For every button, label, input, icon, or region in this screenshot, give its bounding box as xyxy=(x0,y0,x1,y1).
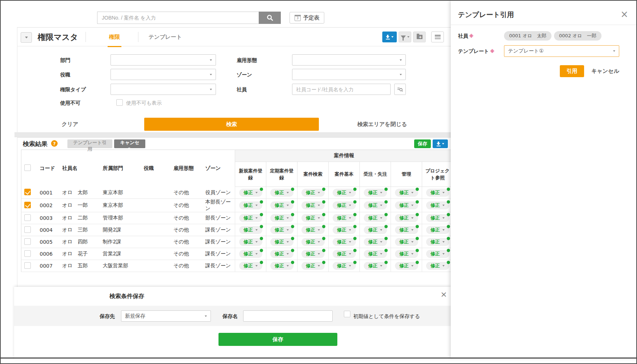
perm-dropdown[interactable]: 修正 xyxy=(364,189,387,197)
perm-dropdown[interactable]: 修正 xyxy=(426,238,449,246)
perm-dropdown[interactable]: 修正 xyxy=(301,201,325,209)
add-folder-button[interactable] xyxy=(413,32,426,42)
perm-dropdown[interactable]: 修正 xyxy=(270,226,293,234)
perm-dropdown[interactable]: 修正 xyxy=(301,214,325,222)
perm-dropdown[interactable]: 修正 xyxy=(364,201,387,209)
row-checkbox[interactable] xyxy=(24,189,31,195)
cancel-button[interactable]: キャンセル xyxy=(114,139,145,148)
perm-dropdown[interactable]: 修正 xyxy=(270,238,293,246)
download-results-button[interactable] xyxy=(433,139,448,148)
panel-cancel-button[interactable]: キャンセル xyxy=(591,68,619,75)
employee-input[interactable] xyxy=(292,84,391,95)
perm-dropdown[interactable]: 修正 xyxy=(395,214,418,222)
perm-dropdown[interactable]: 修正 xyxy=(270,250,293,258)
select-all-checkbox[interactable] xyxy=(24,164,31,171)
zone-label: ゾーン xyxy=(237,72,252,78)
permission-master-card: 権限マスタ 権限 テンプレート xyxy=(17,27,451,132)
permission-type-select[interactable] xyxy=(111,84,216,95)
row-checkbox[interactable] xyxy=(24,238,31,245)
perm-dropdown[interactable]: 修正 xyxy=(239,214,262,222)
close-search-area-button[interactable]: 検索エリアを閉じる xyxy=(357,121,407,128)
perm-dropdown[interactable]: 修正 xyxy=(395,226,418,234)
schedule-button[interactable]: 3 予定表 xyxy=(290,12,324,24)
perm-dropdown[interactable]: 修正 xyxy=(239,262,262,270)
perm-dropdown[interactable]: 修正 xyxy=(333,189,356,197)
zone-select[interactable] xyxy=(292,69,406,80)
menu-button[interactable] xyxy=(431,32,444,42)
perm-dropdown[interactable]: 修正 xyxy=(239,201,262,209)
changed-indicator-dot xyxy=(353,213,357,216)
show-disabled-checkbox[interactable] xyxy=(116,99,123,106)
title-dropdown-button[interactable] xyxy=(21,32,32,43)
download-button[interactable] xyxy=(382,32,397,42)
perm-dropdown[interactable]: 修正 xyxy=(333,250,356,258)
perm-dropdown[interactable]: 修正 xyxy=(333,214,356,222)
quote-button[interactable]: 引用 xyxy=(560,65,584,77)
row-checkbox[interactable] xyxy=(24,214,31,221)
perm-dropdown[interactable]: 修正 xyxy=(333,238,356,246)
perm-dropdown[interactable]: 修正 xyxy=(364,214,387,222)
perm-dropdown[interactable]: 修正 xyxy=(364,238,387,246)
employee-search-button[interactable] xyxy=(394,84,406,95)
perm-dropdown[interactable]: 修正 xyxy=(239,226,262,234)
close-icon[interactable]: × xyxy=(441,290,447,298)
save-button[interactable]: 保存 xyxy=(414,139,431,148)
perm-dropdown[interactable]: 修正 xyxy=(333,226,356,234)
perm-dropdown[interactable]: 修正 xyxy=(364,262,387,270)
perm-dropdown[interactable]: 修正 xyxy=(239,238,262,246)
save-name-input[interactable] xyxy=(243,310,333,322)
perm-dropdown[interactable]: 修正 xyxy=(426,226,449,234)
perm-dropdown[interactable]: 修正 xyxy=(270,189,293,197)
perm-dropdown[interactable]: 修正 xyxy=(270,201,293,209)
perm-dropdown[interactable]: 修正 xyxy=(426,201,449,209)
perm-dropdown[interactable]: 修正 xyxy=(395,201,418,209)
filter-button[interactable] xyxy=(399,32,411,42)
perm-dropdown[interactable]: 修正 xyxy=(333,262,356,270)
clear-button[interactable]: クリア xyxy=(62,121,78,128)
employee-chip[interactable]: 0001 オロ 太郎 xyxy=(504,31,551,41)
position-select[interactable] xyxy=(111,69,216,80)
row-checkbox[interactable] xyxy=(24,250,31,257)
row-checkbox[interactable] xyxy=(24,226,31,233)
perm-dropdown[interactable]: 修正 xyxy=(301,226,325,234)
row-checkbox[interactable] xyxy=(24,262,31,269)
perm-dropdown[interactable]: 修正 xyxy=(301,250,325,258)
perm-dropdown[interactable]: 修正 xyxy=(395,189,418,197)
perm-dropdown[interactable]: 修正 xyxy=(301,189,325,197)
perm-dropdown[interactable]: 修正 xyxy=(239,250,262,258)
chevron-down-icon xyxy=(442,192,445,193)
perm-dropdown[interactable]: 修正 xyxy=(333,201,356,209)
tab-permission[interactable]: 権限 xyxy=(109,34,120,41)
search-button[interactable]: 検索 xyxy=(144,118,319,131)
employment-select[interactable] xyxy=(292,54,406,66)
template-quote-button[interactable]: テンプレート引用 xyxy=(67,139,112,148)
perm-dropdown[interactable]: 修正 xyxy=(426,250,449,258)
chevron-down-icon xyxy=(349,265,351,267)
job-search-input[interactable] xyxy=(97,12,259,24)
destination-select[interactable]: 新規保存 xyxy=(121,310,211,322)
perm-dropdown[interactable]: 修正 xyxy=(395,238,418,246)
save-condition-button[interactable]: 保存 xyxy=(218,333,337,346)
row-checkbox[interactable] xyxy=(24,202,31,208)
perm-dropdown[interactable]: 修正 xyxy=(301,238,325,246)
close-icon[interactable]: × xyxy=(620,9,628,19)
perm-dropdown[interactable]: 修正 xyxy=(239,189,262,197)
perm-dropdown[interactable]: 修正 xyxy=(364,250,387,258)
department-select[interactable] xyxy=(111,54,216,66)
employee-chip[interactable]: 0002 オロ 一郎 xyxy=(554,31,601,41)
changed-indicator-dot xyxy=(291,213,294,216)
search-submit-button[interactable] xyxy=(259,12,281,24)
perm-dropdown[interactable]: 修正 xyxy=(395,262,418,270)
perm-dropdown[interactable]: 修正 xyxy=(426,262,449,270)
template-select[interactable]: テンプレート① xyxy=(504,45,619,57)
perm-dropdown[interactable]: 修正 xyxy=(301,262,325,270)
perm-dropdown[interactable]: 修正 xyxy=(426,214,449,222)
save-as-default-checkbox[interactable] xyxy=(344,311,350,317)
perm-dropdown[interactable]: 修正 xyxy=(395,250,418,258)
help-icon[interactable]: ? xyxy=(51,140,58,147)
tab-template[interactable]: テンプレート xyxy=(149,34,182,41)
perm-dropdown[interactable]: 修正 xyxy=(270,262,293,270)
perm-dropdown[interactable]: 修正 xyxy=(270,214,293,222)
perm-dropdown[interactable]: 修正 xyxy=(364,226,387,234)
perm-dropdown[interactable]: 修正 xyxy=(426,189,449,197)
